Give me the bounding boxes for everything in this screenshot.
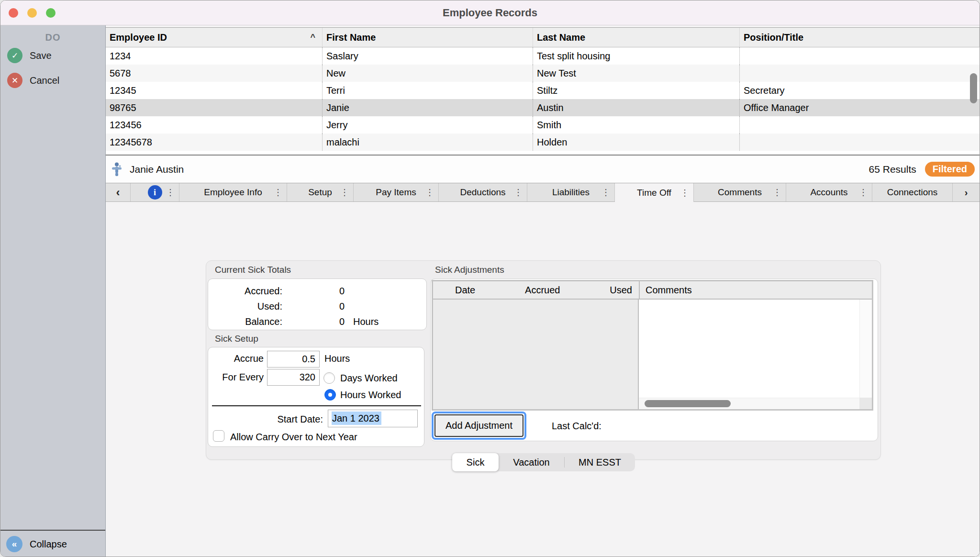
tab-mn-esst[interactable]: MN ESST xyxy=(565,453,635,471)
cell-last-name[interactable]: Austin xyxy=(533,99,740,116)
collapse-button[interactable]: « Collapse xyxy=(0,530,105,557)
tab-label: Accounts xyxy=(810,187,847,198)
cell-employee-id[interactable]: 1234 xyxy=(106,47,323,65)
tab-employee-info[interactable]: Employee Info ⋮ xyxy=(179,183,287,201)
employee-table: Employee ID ^ First Name Last Name Posit… xyxy=(106,27,980,156)
comments-vertical-scrollbar[interactable] xyxy=(859,300,872,398)
column-header-first-name[interactable]: First Name xyxy=(323,28,533,47)
cell-first-name[interactable]: Terri xyxy=(323,82,533,99)
start-date-input[interactable]: Jan 1 2023 xyxy=(328,410,418,427)
cell-position-title[interactable]: Office Manager xyxy=(740,99,980,116)
tab-connections[interactable]: Connections xyxy=(872,183,953,201)
tab-label: Employee Info xyxy=(204,187,262,198)
filtered-badge[interactable]: Filtered xyxy=(925,162,975,177)
sick-section-panel: Current Sick Totals Accrued: 0 Used: 0 xyxy=(206,260,881,460)
zoom-window-icon[interactable] xyxy=(46,8,56,18)
adjustments-comments-area[interactable] xyxy=(639,300,872,409)
tab-sick-selected[interactable]: Sick xyxy=(452,453,499,471)
save-button[interactable]: ✓ Save xyxy=(0,43,105,68)
adj-column-used[interactable]: Used xyxy=(610,285,632,296)
adj-column-accrued[interactable]: Accrued xyxy=(525,285,560,296)
cell-position-title[interactable]: Secretary xyxy=(740,82,980,99)
cell-first-name[interactable]: Janie xyxy=(323,99,533,116)
tab-setup[interactable]: Setup ⋮ xyxy=(287,183,354,201)
comments-horizontal-scrollbar[interactable] xyxy=(639,398,859,409)
cell-last-name[interactable]: Holden xyxy=(533,134,740,151)
tab-menu-icon[interactable]: ⋮ xyxy=(773,187,781,198)
for-every-label: For Every xyxy=(208,372,264,383)
double-chevron-left-icon: « xyxy=(6,536,22,552)
column-header-employee-id[interactable]: Employee ID ^ xyxy=(106,28,323,47)
tab-menu-icon[interactable]: ⋮ xyxy=(680,188,689,198)
cell-employee-id[interactable]: 5678 xyxy=(106,65,323,82)
tab-scroll-right-button[interactable]: › xyxy=(953,183,980,201)
close-window-icon[interactable] xyxy=(9,8,18,18)
cell-position-title[interactable] xyxy=(740,134,980,151)
tab-label: Time Off xyxy=(637,188,671,198)
add-adjustment-button[interactable]: Add Adjustment xyxy=(434,414,523,437)
cell-last-name[interactable]: Stiltz xyxy=(533,82,740,99)
cell-position-title[interactable] xyxy=(740,116,980,134)
adjustments-table-header: Date Accrued Used Comments xyxy=(433,281,872,300)
save-button-label: Save xyxy=(30,50,52,61)
tab-menu-icon[interactable]: ⋮ xyxy=(859,187,868,198)
tab-time-off-selected[interactable]: Time Off ⋮ xyxy=(615,183,694,202)
selected-employee-name: Janie Austin xyxy=(130,164,184,175)
horizontal-scrollbar-thumb[interactable] xyxy=(645,400,731,407)
cell-position-title[interactable] xyxy=(740,65,980,82)
table-vertical-scrollbar[interactable] xyxy=(970,73,977,103)
adjustments-table: Date Accrued Used Comments xyxy=(432,280,873,411)
carry-over-checkbox[interactable] xyxy=(213,430,224,442)
tab-info[interactable]: i ⋮ xyxy=(131,183,179,201)
carry-over-label: Allow Carry Over to Next Year xyxy=(230,432,357,443)
tab-deductions[interactable]: Deductions ⋮ xyxy=(439,183,527,201)
accrue-unit-label: Hours xyxy=(324,353,350,364)
cancel-button[interactable]: ✕ Cancel xyxy=(0,68,105,93)
balance-unit: Hours xyxy=(353,316,379,327)
adjustments-empty-list[interactable] xyxy=(433,300,639,409)
cell-last-name[interactable]: Smith xyxy=(533,116,740,134)
cell-position-title[interactable] xyxy=(740,47,980,65)
cell-employee-id[interactable]: 98765 xyxy=(106,99,323,116)
cell-first-name[interactable]: New xyxy=(323,65,533,82)
cell-first-name[interactable]: Jerry xyxy=(323,116,533,134)
tab-accounts[interactable]: Accounts ⋮ xyxy=(786,183,872,201)
totals-heading: Current Sick Totals xyxy=(215,265,291,275)
cell-first-name[interactable]: Saslary xyxy=(323,47,533,65)
cell-employee-id[interactable]: 12345 xyxy=(106,82,323,99)
scrollbar-corner xyxy=(859,398,872,409)
cell-first-name[interactable]: malachi xyxy=(323,134,533,151)
tab-menu-icon[interactable]: ⋮ xyxy=(601,187,610,198)
tab-liabilities[interactable]: Liabilities ⋮ xyxy=(527,183,615,201)
tab-pay-items[interactable]: Pay Items ⋮ xyxy=(354,183,439,201)
for-every-input[interactable]: 320 xyxy=(267,369,320,386)
check-circle-icon: ✓ xyxy=(7,48,22,63)
adj-column-comments[interactable]: Comments xyxy=(640,285,692,296)
adj-column-date[interactable]: Date xyxy=(455,285,475,296)
column-header-last-name[interactable]: Last Name xyxy=(533,28,740,47)
tab-menu-icon[interactable]: ⋮ xyxy=(340,187,349,198)
minimize-window-icon[interactable] xyxy=(27,8,37,18)
cell-last-name[interactable]: Test split housing xyxy=(533,47,740,65)
adjustments-heading: Sick Adjustments xyxy=(435,265,504,275)
days-worked-radio[interactable] xyxy=(323,372,335,384)
setup-divider xyxy=(212,405,421,406)
results-count: 65 Results xyxy=(869,164,916,175)
tab-label: Setup xyxy=(308,187,332,198)
tab-label: Pay Items xyxy=(376,187,416,198)
tab-menu-icon[interactable]: ⋮ xyxy=(425,187,434,198)
hours-worked-radio[interactable] xyxy=(324,389,336,401)
cell-employee-id[interactable]: 12345678 xyxy=(106,134,323,151)
accrue-input[interactable]: 0.5 xyxy=(267,351,320,368)
tab-scroll-left-button[interactable]: ‹ xyxy=(106,183,131,201)
window-title: Employee Records xyxy=(0,0,980,25)
cell-last-name[interactable]: New Test xyxy=(533,65,740,82)
column-header-position-title[interactable]: Position/Title xyxy=(740,28,980,47)
tab-menu-icon[interactable]: ⋮ xyxy=(514,187,523,198)
tab-comments[interactable]: Comments ⋮ xyxy=(694,183,786,201)
tab-menu-icon[interactable]: ⋮ xyxy=(166,187,175,198)
tab-menu-icon[interactable]: ⋮ xyxy=(274,187,282,198)
cell-employee-id[interactable]: 123456 xyxy=(106,116,323,134)
app-window: Employee Records DO ✓ Save ✕ Cancel « Co… xyxy=(0,0,980,557)
tab-vacation[interactable]: Vacation xyxy=(499,453,564,471)
